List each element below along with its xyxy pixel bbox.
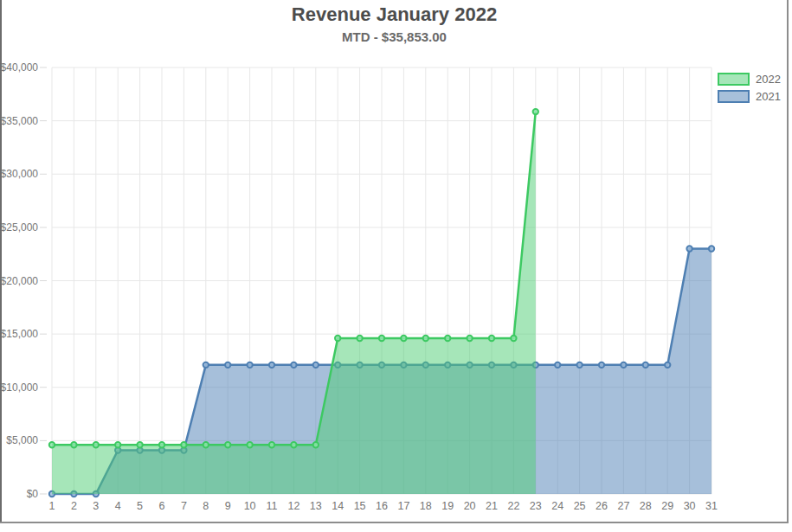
series-2022-point[interactable] [313, 442, 319, 447]
series-2021-point[interactable] [313, 362, 319, 368]
y-axis-label: $40,000 [1, 61, 39, 74]
series-2021-point[interactable] [203, 362, 209, 368]
x-axis-label: 24 [551, 500, 563, 512]
series-2022-point[interactable] [533, 109, 538, 114]
x-axis-label: 28 [640, 500, 652, 512]
x-axis-label: 1 [49, 500, 55, 512]
x-axis-label: 15 [354, 500, 366, 512]
series-2021-point[interactable] [643, 362, 648, 368]
x-axis-label: 23 [530, 500, 542, 512]
x-axis-label: 12 [287, 500, 299, 512]
series-2022-point[interactable] [511, 336, 516, 341]
series-2021-point[interactable] [599, 362, 604, 368]
x-axis-label: 3 [93, 500, 99, 512]
legend-swatch-2021-icon [718, 90, 750, 103]
legend-swatch-2022-icon [718, 73, 750, 86]
series-2022-point[interactable] [203, 442, 209, 447]
series-2021-point[interactable] [225, 362, 230, 368]
y-axis-label: $30,000 [1, 168, 39, 180]
series-2021-point[interactable] [665, 362, 670, 368]
series-2022-point[interactable] [445, 336, 450, 341]
x-axis-label: 8 [203, 500, 209, 512]
series-2022-point[interactable] [247, 442, 252, 447]
x-axis-label: 11 [267, 500, 278, 512]
x-axis-label: 30 [684, 500, 696, 512]
series-2021-point[interactable] [576, 362, 582, 368]
x-axis-label: 29 [661, 500, 673, 512]
y-axis-label: $35,000 [1, 115, 39, 127]
y-axis-label: $20,000 [1, 275, 39, 287]
series-2022-point[interactable] [93, 442, 99, 447]
x-axis-label: 27 [617, 500, 629, 512]
series-2022-point[interactable] [181, 442, 186, 447]
legend-label-2021: 2021 [756, 90, 781, 103]
series-2022-point[interactable] [137, 442, 142, 447]
series-2022-point[interactable] [357, 336, 362, 341]
series-2022-point[interactable] [291, 442, 296, 447]
y-axis-label: $15,000 [1, 328, 39, 340]
x-axis-label: 20 [464, 500, 476, 512]
series-2022-point[interactable] [115, 442, 120, 447]
series-2022-point[interactable] [49, 442, 55, 447]
x-axis-label: 7 [181, 500, 187, 512]
chart-legend: 2022 2021 [718, 73, 781, 103]
series-2022-point[interactable] [467, 336, 472, 341]
x-axis-label: 10 [244, 500, 256, 512]
y-axis-label: $5,000 [6, 434, 38, 446]
legend-item-2021[interactable]: 2021 [718, 90, 781, 103]
series-2021-point[interactable] [686, 246, 692, 251]
legend-label-2022: 2022 [756, 73, 781, 86]
x-axis-label: 22 [507, 500, 519, 512]
x-axis-label: 17 [397, 500, 409, 512]
series-2021-point[interactable] [621, 362, 626, 368]
series-2022-point[interactable] [379, 336, 384, 341]
legend-item-2022[interactable]: 2022 [718, 73, 781, 86]
y-axis-label: $10,000 [1, 381, 39, 394]
y-axis-label: $25,000 [1, 221, 39, 234]
x-axis-label: 14 [332, 500, 344, 512]
series-2022-point[interactable] [423, 336, 428, 341]
x-axis-label: 26 [596, 500, 608, 512]
revenue-area-chart: $0$5,000$10,000$15,000$20,000$25,000$30,… [0, 0, 792, 532]
y-axis-label: $0 [27, 488, 39, 500]
series-2021-point[interactable] [247, 362, 252, 368]
series-2022-point[interactable] [401, 336, 406, 341]
x-axis-label: 9 [225, 500, 231, 512]
x-axis-label: 5 [137, 500, 143, 512]
series-2022-point[interactable] [489, 336, 494, 341]
series-2022-point[interactable] [225, 442, 230, 447]
x-axis-label: 13 [310, 500, 322, 512]
series-2021-point[interactable] [269, 362, 274, 368]
x-axis-label: 16 [376, 500, 388, 512]
series-2022-point[interactable] [269, 442, 274, 447]
x-axis-label: 19 [441, 500, 454, 512]
x-axis-label: 4 [115, 500, 121, 512]
series-2022-point[interactable] [335, 336, 340, 341]
series-2021-point[interactable] [555, 362, 560, 368]
series-2021-point[interactable] [709, 246, 714, 251]
series-2022-point[interactable] [71, 442, 76, 447]
x-axis-label: 6 [159, 500, 165, 512]
x-axis-label: 2 [71, 500, 77, 512]
x-axis-label: 25 [574, 500, 586, 512]
series-2022-point[interactable] [159, 442, 164, 447]
x-axis-label: 21 [486, 500, 498, 512]
x-axis-label: 31 [705, 500, 718, 512]
series-2021-point[interactable] [291, 362, 296, 368]
x-axis-label: 18 [420, 500, 432, 512]
